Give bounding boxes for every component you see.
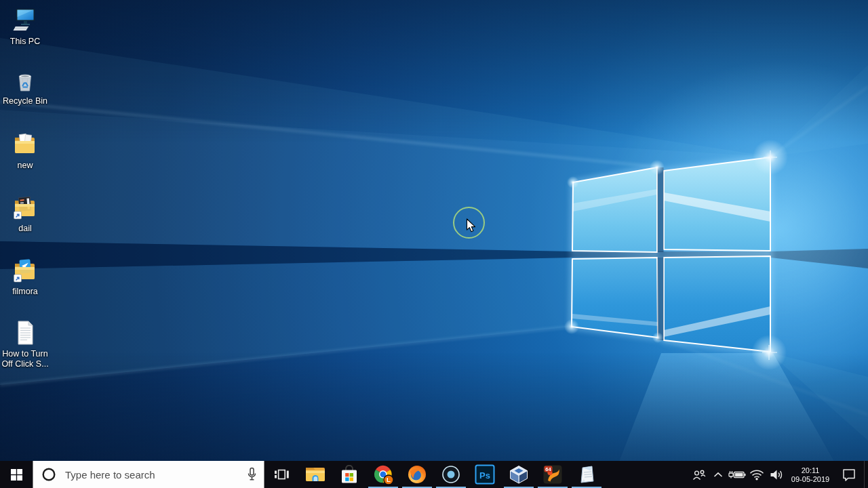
desktop-icon-label: Recycle Bin (3, 96, 47, 106)
folder-new-icon (11, 130, 39, 159)
search-placeholder: Type here to search (65, 469, 247, 481)
taskbar-app-virtualbox[interactable] (502, 461, 536, 488)
taskbar-clock[interactable]: 20:11 09-05-2019 (787, 466, 834, 484)
clock-time: 20:11 (787, 466, 834, 475)
microphone-icon[interactable] (247, 467, 257, 482)
recycle-bin-icon (11, 66, 39, 94)
desktop-icon-label: dail (18, 224, 31, 234)
this-pc-icon (11, 6, 39, 35)
notepad-icon (577, 465, 596, 484)
folder-dail-icon (11, 193, 39, 222)
app-64bit-icon: 64 (542, 464, 563, 485)
battery-charging-icon (728, 470, 746, 480)
desktop-icon-label: This PC (10, 37, 40, 47)
wallpaper-windows-hero (0, 0, 868, 488)
system-tray: 20:11 09-05-2019 (689, 461, 868, 488)
chrome-icon: L (372, 464, 394, 485)
microsoft-store-icon (340, 465, 358, 485)
volume-button[interactable] (766, 461, 787, 488)
desktop-icon-label: filmora (12, 287, 38, 297)
clock-date: 09-05-2019 (787, 475, 834, 484)
desktop-icon-label: How to Turn Off Click S... (1, 349, 50, 370)
desktop-icon-filmora[interactable]: filmora (1, 256, 50, 297)
taskbar: Type here to search (0, 461, 868, 488)
taskbar-app-firefox[interactable] (400, 461, 434, 488)
task-view-button[interactable] (264, 461, 298, 488)
file-explorer-icon (305, 466, 326, 483)
taskbar-app-chrome[interactable]: L (366, 461, 400, 488)
taskbar-app-screen-recorder[interactable] (434, 461, 468, 488)
taskbar-app-64bit[interactable]: 64 (536, 461, 570, 488)
start-button[interactable] (0, 461, 33, 488)
taskbar-app-microsoft-store[interactable] (332, 461, 366, 488)
taskbar-app-photoshop[interactable]: Ps (468, 461, 502, 488)
virtualbox-icon (509, 464, 529, 485)
desktop-icon-recycle-bin[interactable]: Recycle Bin (1, 66, 50, 106)
desktop: This PC Recycle Bin (0, 0, 868, 488)
windows-logo-icon (11, 469, 22, 481)
wifi-icon (749, 469, 764, 481)
action-center-button[interactable] (834, 461, 864, 488)
people-button[interactable] (689, 461, 709, 488)
chevron-up-icon (713, 472, 723, 478)
screen-recorder-icon (441, 464, 461, 485)
network-button[interactable] (747, 461, 766, 488)
text-document-icon (11, 319, 39, 347)
taskbar-app-file-explorer[interactable] (298, 461, 332, 488)
hidden-icons-button[interactable] (709, 461, 727, 488)
desktop-icon-how-to-doc[interactable]: How to Turn Off Click S... (1, 319, 50, 370)
desktop-icon-label: new (18, 161, 33, 171)
app-64bit-badge: 64 (545, 466, 551, 472)
photoshop-icon: Ps (475, 464, 495, 485)
chrome-badge: L (387, 476, 391, 483)
desktop-icon-this-pc[interactable]: This PC (1, 6, 50, 47)
show-desktop-button[interactable] (864, 461, 868, 488)
folder-filmora-icon (11, 256, 39, 285)
taskbar-app-notepad[interactable] (570, 461, 604, 488)
cortana-icon (41, 467, 56, 482)
photoshop-label: Ps (479, 470, 490, 481)
desktop-icon-dail[interactable]: dail (1, 193, 50, 234)
notification-icon (842, 468, 856, 481)
firefox-icon (407, 464, 427, 485)
people-icon (692, 469, 706, 481)
speaker-icon (770, 469, 784, 481)
battery-button[interactable] (727, 461, 747, 488)
task-view-icon (275, 468, 289, 481)
search-box[interactable]: Type here to search (33, 461, 264, 488)
desktop-icon-new[interactable]: new (1, 130, 50, 171)
